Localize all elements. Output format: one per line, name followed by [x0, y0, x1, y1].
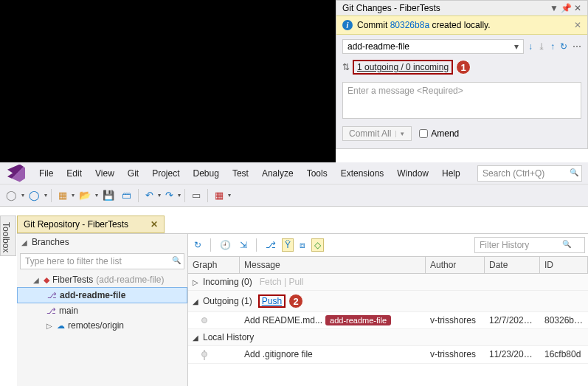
expand-icon: ◢ — [21, 238, 27, 247]
expand-icon: ◢ — [193, 297, 198, 306]
commit-link[interactable]: 80326b8a — [390, 20, 429, 30]
graph-node-icon — [201, 317, 207, 323]
commit-row[interactable]: Add .gitignore file v-trisshores 11/23/2… — [188, 346, 588, 364]
refresh-button[interactable]: ↻ — [191, 238, 204, 252]
outgoing-incoming-link[interactable]: 1 outgoing / 0 incoming — [353, 60, 453, 75]
chevron-down-icon: ▾ — [514, 41, 519, 52]
filter-toggle-2[interactable]: ⧈ — [297, 238, 308, 252]
panel-titlebar: Git Changes - FiberTests ▼ 📌 ✕ — [336, 1, 587, 15]
save-all-button[interactable]: 🗃 — [119, 187, 134, 203]
menu-bar: File Edit View Git Project Debug Test An… — [0, 162, 588, 185]
history-toolbar: ↻ 🕘 ⇲ ⎇ Ÿ ⧈ ◇ Filter History — [188, 234, 588, 257]
menu-view[interactable]: View — [89, 165, 121, 182]
menu-window[interactable]: Window — [390, 165, 435, 182]
branch-icon: ⎇ — [46, 306, 56, 316]
sync-icon[interactable]: ↻ — [560, 41, 567, 52]
back-button[interactable]: ◯ — [3, 187, 20, 203]
info-text: Commit 80326b8a created locally. — [357, 20, 491, 30]
col-id[interactable]: ID — [540, 257, 588, 273]
amend-checkbox-input[interactable] — [419, 129, 428, 138]
menu-test[interactable]: Test — [226, 165, 255, 182]
toolbox-tab[interactable]: Toolbox — [0, 216, 16, 256]
col-author[interactable]: Author — [426, 257, 485, 273]
menu-help[interactable]: Help — [435, 165, 467, 182]
push-link[interactable]: Push — [258, 294, 286, 308]
fetch-icon[interactable]: ↓ — [528, 41, 533, 52]
panel-title: Git Changes - FiberTests — [342, 3, 547, 13]
local-history-section[interactable]: ◢ Local History — [188, 329, 588, 346]
vs-logo-icon — [7, 165, 25, 182]
incoming-section[interactable]: ▷ Incoming (0) Fetch | Pull — [188, 274, 588, 291]
branch-icon: ⎇ — [47, 291, 57, 300]
filter-toggle-1[interactable]: Ÿ — [282, 238, 294, 252]
extensions-button[interactable]: ▭ — [189, 187, 204, 203]
close-info-icon[interactable]: ✕ — [574, 20, 581, 30]
branch-item-current[interactable]: ⎇ add-readme-file — [17, 287, 187, 303]
branch-name: add-readme-file — [347, 41, 409, 52]
commit-all-button[interactable]: Commit All ▼ — [342, 126, 412, 141]
branch-selector[interactable]: add-readme-file ▾ — [342, 39, 524, 54]
more-icon[interactable]: ⋯ — [573, 41, 581, 52]
amend-label: Amend — [431, 128, 459, 139]
menu-tools[interactable]: Tools — [300, 165, 334, 182]
collapse-button[interactable]: ⇲ — [237, 238, 250, 252]
menu-file[interactable]: File — [32, 165, 60, 182]
save-button[interactable]: 💾 — [100, 187, 117, 203]
expand-icon: ◢ — [193, 334, 198, 342]
chevron-down-icon[interactable]: ▼ — [395, 131, 405, 137]
menu-edit[interactable]: Edit — [60, 165, 89, 182]
graph-node-icon — [201, 351, 207, 357]
sync-arrows-icon: ⇅ — [342, 62, 350, 72]
branches-header[interactable]: ◢ Branches — [17, 234, 187, 250]
remotes-node[interactable]: ▷ ☁ remotes/origin — [17, 318, 187, 333]
pull-link: Pull — [289, 277, 304, 287]
col-graph[interactable]: Graph — [188, 257, 240, 273]
branch-item-main[interactable]: ⎇ main — [17, 303, 187, 318]
close-icon[interactable]: ✕ — [574, 3, 581, 13]
menu-git[interactable]: Git — [121, 165, 145, 182]
cloud-icon: ☁ — [57, 321, 65, 331]
expand-icon: ▷ — [193, 278, 198, 286]
callout-1: 1 — [456, 60, 471, 75]
info-icon: i — [342, 20, 353, 30]
search-input[interactable]: Search (Ctrl+Q) — [477, 165, 582, 182]
pull-icon[interactable]: ⤓ — [538, 41, 545, 52]
repo-node[interactable]: ◢ ◆ FiberTests (add-readme-file) — [17, 272, 187, 287]
col-message[interactable]: Message — [240, 257, 426, 273]
callout-2: 2 — [288, 294, 303, 309]
open-button[interactable]: 📂 — [76, 187, 94, 203]
amend-checkbox[interactable]: Amend — [419, 128, 459, 139]
close-tab-icon[interactable]: ✕ — [151, 219, 158, 230]
commit-message-input[interactable]: Enter a message <Required> — [342, 82, 581, 119]
branches-tree: ◢ Branches Type here to filter the list … — [17, 234, 188, 386]
forward-button[interactable]: ◯ — [26, 187, 43, 203]
push-icon[interactable]: ↑ — [550, 41, 555, 52]
branch-graph-button[interactable]: ⎇ — [263, 238, 279, 252]
menu-extensions[interactable]: Extensions — [334, 165, 391, 182]
outgoing-section[interactable]: ◢ Outgoing (1) Push 2 — [188, 291, 588, 312]
undo-button[interactable]: ↶ — [142, 187, 156, 203]
history-icon[interactable]: 🕘 — [217, 238, 234, 252]
dropdown-icon[interactable]: ▼ — [550, 3, 558, 13]
menu-debug[interactable]: Debug — [187, 165, 226, 182]
settings-button[interactable]: ▦ — [212, 187, 226, 203]
history-filter-input[interactable]: Filter History — [474, 237, 585, 253]
history-grid-header: Graph Message Author Date ID — [188, 257, 588, 274]
col-date[interactable]: Date — [485, 257, 540, 273]
branch-filter-input[interactable]: Type here to filter the list — [20, 253, 184, 269]
pin-icon[interactable]: 📌 — [561, 3, 572, 13]
git-changes-panel: Git Changes - FiberTests ▼ 📌 ✕ i Commit … — [336, 0, 588, 149]
git-repository-panel: Git Repository - FiberTests ✕ ◢ Branches… — [17, 216, 588, 386]
new-project-button[interactable]: ▦ — [55, 187, 70, 203]
expand-icon: ◢ — [33, 276, 39, 284]
menu-project[interactable]: Project — [145, 165, 186, 182]
expand-icon: ▷ — [46, 322, 52, 330]
filter-toggle-3[interactable]: ◇ — [311, 238, 324, 252]
branch-badge: add-readme-file — [325, 315, 391, 325]
redo-button[interactable]: ↷ — [162, 187, 176, 203]
menu-analyze[interactable]: Analyze — [255, 165, 300, 182]
main-toolbar: ◯▾ ◯▾ ▦▾ 📂▾ 💾 🗃 ↶▾ ↷▾ ▭ ▦▾ — [0, 185, 588, 207]
fetch-link: Fetch — [260, 277, 282, 287]
repo-tab[interactable]: Git Repository - FiberTests ✕ — [17, 216, 165, 233]
commit-row[interactable]: Add README.md...add-readme-file v-trissh… — [188, 312, 588, 329]
